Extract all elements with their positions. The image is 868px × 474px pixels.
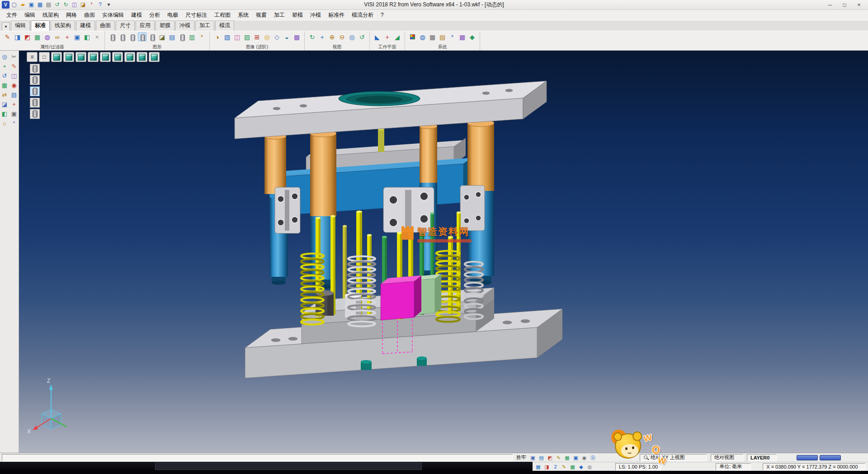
workplane-new-icon[interactable]: + xyxy=(383,33,392,41)
filter-solids-button[interactable] xyxy=(30,75,40,85)
scissors-icon[interactable]: ✂ xyxy=(10,52,19,61)
palette-icon[interactable]: ◩ xyxy=(546,454,554,461)
view-iso-button[interactable] xyxy=(63,52,74,62)
view-right-button[interactable] xyxy=(100,52,111,62)
restore-button[interactable]: □ xyxy=(837,0,852,9)
help-icon[interactable]: ? xyxy=(96,1,104,9)
layers-count[interactable]: 2 xyxy=(552,463,559,470)
system-globe-icon[interactable]: ◍ xyxy=(418,33,427,41)
model-canvas[interactable]: Z X xyxy=(19,51,868,453)
ambient-icon[interactable]: ◒ xyxy=(283,33,291,41)
zoom-in-icon[interactable]: ⊕ xyxy=(328,33,336,41)
模流[interactable]: 模流 xyxy=(215,20,234,31)
menu-item-12[interactable]: 视窗 xyxy=(252,10,270,20)
draft-analysis-icon[interactable]: ▤ xyxy=(168,33,176,41)
tab-dropdown-button[interactable]: ▾ xyxy=(2,22,10,31)
menu-item-18[interactable]: ? xyxy=(377,10,387,20)
chip-icon[interactable]: ▦ xyxy=(563,454,571,461)
move-icon[interactable]: + xyxy=(0,62,9,71)
menu-item-3[interactable]: 网格 xyxy=(62,10,80,20)
menu-item-2[interactable]: 线架构 xyxy=(39,10,62,20)
transparency-icon[interactable] xyxy=(178,33,186,41)
menu-item-8[interactable]: 电极 xyxy=(164,10,182,20)
menu-item-7[interactable]: 分析 xyxy=(146,10,164,20)
element-filter-icon[interactable]: ◍ xyxy=(43,33,52,41)
filter-faces-button[interactable] xyxy=(30,86,40,96)
menu-item-1[interactable]: 编辑 xyxy=(21,10,39,20)
save-all-icon[interactable]: ▦ xyxy=(36,1,44,9)
shadow-icon[interactable]: ▨ xyxy=(243,33,251,41)
star-icon[interactable]: * xyxy=(10,119,19,128)
menu-item-0[interactable]: 文件 xyxy=(3,10,21,20)
material-icon[interactable]: ◫ xyxy=(233,33,241,41)
edit-icon[interactable]: ✎ xyxy=(10,62,19,71)
box-icon[interactable]: ▣ xyxy=(10,109,19,118)
absolute-view-field[interactable]: 绝对视图 xyxy=(711,454,743,461)
color-swatch-1[interactable] xyxy=(797,455,818,460)
filter-points-button[interactable] xyxy=(30,109,40,119)
编辑[interactable]: 编辑 xyxy=(11,20,30,31)
qat-dropdown-icon[interactable]: ▾ xyxy=(105,1,113,9)
menu-item-9[interactable]: 尺寸标注 xyxy=(182,10,211,20)
menu-item-14[interactable]: 塑模 xyxy=(288,10,307,20)
view-front-button[interactable] xyxy=(88,52,99,62)
snap-icon[interactable]: ▣ xyxy=(529,454,537,461)
copy-icon[interactable]: ◫ xyxy=(71,1,78,9)
workplane-align-icon[interactable]: ◢ xyxy=(393,33,401,41)
应用[interactable]: 应用 xyxy=(136,20,155,31)
app-logo-icon[interactable]: V xyxy=(2,1,9,9)
workplane-xy-icon[interactable]: ◣ xyxy=(373,33,382,41)
info-icon[interactable]: ◉ xyxy=(580,454,588,461)
paste-icon[interactable]: ◪ xyxy=(79,1,87,9)
mirror-icon[interactable]: ⇄ xyxy=(0,90,9,99)
标准[interactable]: 标准 xyxy=(31,20,50,31)
advanced-image-settings-icon[interactable]: ▩ xyxy=(292,33,301,41)
undo-icon[interactable]: ↺ xyxy=(53,1,61,9)
view-plain-button[interactable]: □ xyxy=(39,52,50,62)
menu-item-10[interactable]: 工程图 xyxy=(211,10,234,20)
light-icon[interactable]: ◎ xyxy=(263,33,271,41)
zoom-out-icon[interactable]: ⊖ xyxy=(338,33,346,41)
尺寸[interactable]: 尺寸 xyxy=(116,20,135,31)
plus-icon[interactable]: + xyxy=(10,100,19,109)
close-button[interactable]: × xyxy=(852,0,866,9)
point-icon[interactable]: ◉ xyxy=(10,81,19,90)
filter-edges-button[interactable] xyxy=(30,98,40,108)
macro-icon[interactable]: ▩ xyxy=(458,33,467,41)
snowflake-icon[interactable]: * xyxy=(448,33,457,41)
new-file-icon[interactable]: ▢ xyxy=(10,1,18,9)
view-top-button[interactable] xyxy=(75,52,86,62)
settings-icon[interactable]: * xyxy=(88,1,95,9)
shaded-mode-icon[interactable] xyxy=(128,33,137,41)
color-filter-icon[interactable]: ◩ xyxy=(23,33,32,41)
screen-icon[interactable]: ▤ xyxy=(538,454,545,461)
redo-icon[interactable]: ↻ xyxy=(62,1,70,9)
half-icon[interactable]: ◧ xyxy=(0,109,9,118)
database-icon[interactable]: ▤ xyxy=(438,33,447,41)
mask-icon[interactable]: ◪ xyxy=(0,100,9,109)
线架构[interactable]: 线架构 xyxy=(51,20,75,31)
cube2-icon[interactable]: ◆ xyxy=(577,463,585,470)
建模[interactable]: 建模 xyxy=(76,20,95,31)
menu-item-11[interactable]: 系统 xyxy=(234,10,252,20)
view-menu-button[interactable]: ≡ xyxy=(27,52,38,62)
highlight-edges-icon[interactable]: ▥ xyxy=(188,33,196,41)
open-file-icon[interactable]: ▰ xyxy=(19,1,27,9)
fit-view-icon[interactable]: ◎ xyxy=(348,33,356,41)
cube-icon[interactable]: ▣ xyxy=(572,454,580,461)
view-back-button[interactable] xyxy=(124,52,135,62)
view-shaded-button[interactable] xyxy=(51,52,62,62)
clear-filter-icon[interactable]: × xyxy=(93,33,101,41)
view-left-button[interactable] xyxy=(112,52,123,62)
taskbar-app-button[interactable] xyxy=(155,463,422,470)
graphics-settings-icon[interactable]: * xyxy=(198,33,206,41)
previous-view-icon[interactable]: ↺ xyxy=(358,33,366,41)
grid-icon[interactable]: ▦ xyxy=(534,463,542,470)
copy-element-icon[interactable]: ◫ xyxy=(10,71,19,80)
attribute-edit-icon[interactable]: ✎ xyxy=(3,33,12,41)
layer-filter-icon[interactable]: ▦ xyxy=(33,33,42,41)
list-icon[interactable]: ▤ xyxy=(10,90,19,99)
color-swatch-2[interactable] xyxy=(820,455,841,460)
ime-icon[interactable]: Ⓐ xyxy=(589,454,597,461)
system-settings-icon[interactable]: ◆ xyxy=(468,33,476,41)
